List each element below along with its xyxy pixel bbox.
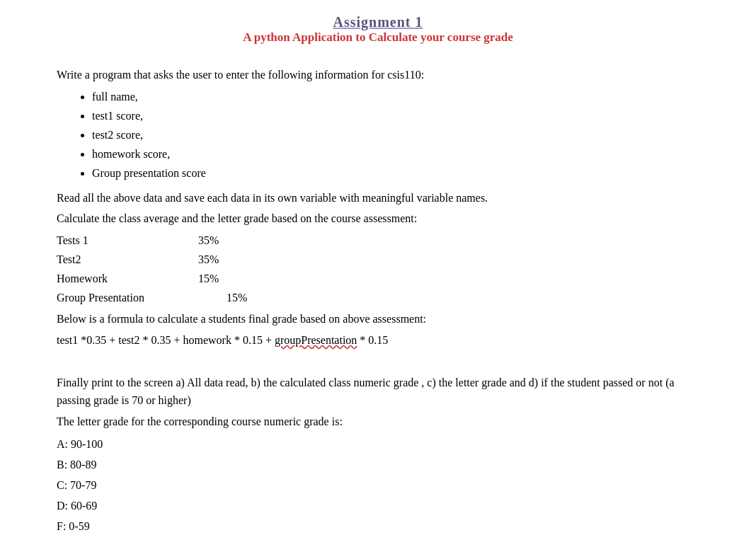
list-item: homework score, [92,144,699,163]
assessment-value-4: 15% [227,288,247,307]
page-content: Write a program that asks the user to en… [57,66,699,535]
letter-grade-intro: The letter grade for the corresponding c… [57,413,699,431]
grade-d: D: 60-69 [57,496,699,517]
formula-underlined-word: groupPresentation [275,334,357,346]
read-instruction: Read all the above data and save each da… [57,189,699,207]
formula-line: test1 *0.35 + test2 * 0.35 + homework * … [57,331,699,350]
assessment-row-4: Group Presentation 15% [57,288,699,307]
assessment-value-3: 15% [198,269,219,288]
assessment-row-3: Homework 15% [57,269,699,288]
grade-f: F: 0-59 [57,517,699,535]
assessment-value-1: 35% [198,231,219,250]
list-item: test2 score, [92,125,699,144]
assessment-label-3: Homework [57,269,198,288]
formula-prefix: test1 *0.35 + test2 * 0.35 + homework * … [57,334,275,346]
grade-b: B: 80-89 [57,455,699,476]
assessment-row-1: Tests 1 35% [57,231,699,250]
formula-suffix: * 0.15 [357,334,388,346]
page-title: Assignment 1 [57,14,699,30]
assessment-table: Tests 1 35% Test2 35% Homework 15% Group… [57,231,699,308]
finally-text: Finally print to the screen a) All data … [57,374,699,410]
assessment-label-2: Test2 [57,250,198,269]
intro-paragraph: Write a program that asks the user to en… [57,66,699,84]
below-formula-intro: Below is a formula to calculate a studen… [57,310,699,328]
page-header: Assignment 1 A python Application to Cal… [57,14,699,45]
grade-list: A: 90-100 B: 80-89 C: 70-79 D: 60-69 F: … [57,435,699,535]
list-item: Group presentation score [92,163,699,183]
list-item: test1 score, [92,106,699,125]
assessment-label-4: Group Presentation [57,288,227,307]
list-item: full name, [92,87,699,106]
grade-a: A: 90-100 [57,435,699,455]
assessment-label-1: Tests 1 [57,231,198,250]
assessment-row-2: Test2 35% [57,250,699,269]
assessment-value-2: 35% [198,250,219,269]
bullet-list: full name, test1 score, test2 score, hom… [92,87,699,183]
grade-c: C: 70-79 [57,476,699,496]
page-subtitle: A python Application to Calculate your c… [57,30,699,45]
calculate-instruction: Calculate the class average and the lett… [57,209,699,228]
